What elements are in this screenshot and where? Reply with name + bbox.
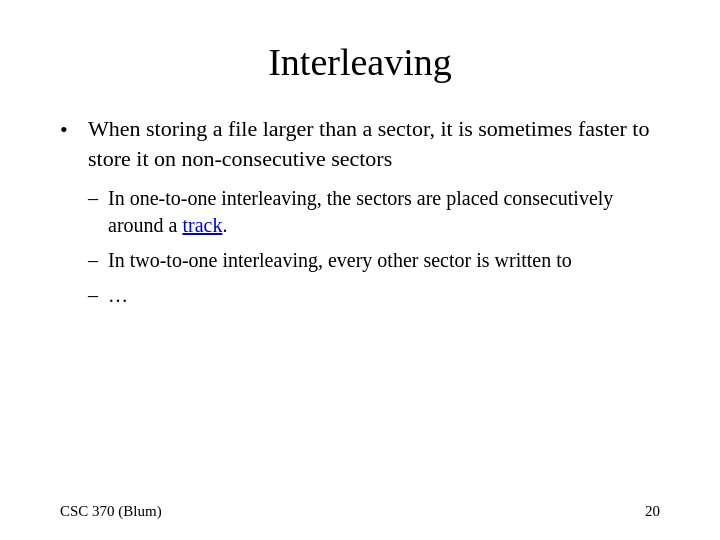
sub-items-list: – In one-to-one interleaving, the sector… [88,185,660,309]
sub-dash-2: – [88,247,108,274]
bullet-text-1: When storing a file larger than a sector… [88,114,660,173]
bullet-symbol: • [60,114,88,145]
sub-item-2: – In two-to-one interleaving, every othe… [88,247,660,274]
sub-item-1: – In one-to-one interleaving, the sector… [88,185,660,239]
sub-text-1: In one-to-one interleaving, the sectors … [108,185,660,239]
slide-footer: CSC 370 (Blum) 20 [60,503,660,520]
slide: Interleaving • When storing a file large… [0,0,720,540]
sub-dash-1: – [88,185,108,212]
sub-text-1-after-link: . [222,214,227,236]
slide-content: • When storing a file larger than a sect… [60,114,660,309]
bullet-item-1: • When storing a file larger than a sect… [60,114,660,173]
sub-dash-3: – [88,282,108,309]
footer-right: 20 [645,503,660,520]
slide-title: Interleaving [60,40,660,84]
sub-text-2: In two-to-one interleaving, every other … [108,247,660,274]
sub-item-3: – … [88,282,660,309]
footer-left: CSC 370 (Blum) [60,503,162,520]
sub-text-3: … [108,282,660,309]
track-link[interactable]: track [182,214,222,236]
